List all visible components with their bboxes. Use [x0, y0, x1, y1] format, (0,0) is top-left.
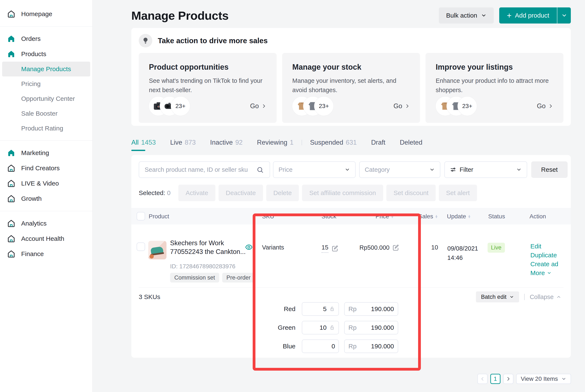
activate-button[interactable]: Activate — [178, 185, 216, 201]
chevron-down-icon — [561, 12, 567, 18]
column-sales[interactable]: Sales ▲▼ — [418, 213, 438, 220]
sidebar-item-product-rating[interactable]: Product Rating — [0, 121, 92, 136]
tag-commission-set: Commission set — [170, 273, 219, 282]
row-checkbox[interactable] — [136, 242, 145, 251]
tab-count: 92 — [235, 139, 242, 146]
add-product-dropdown-button[interactable] — [557, 8, 571, 24]
tab-draft[interactable]: Draft — [371, 139, 385, 146]
create-ad-link[interactable]: Create ad — [530, 260, 558, 268]
table-header: Product SKU Stock Price ▲▼ Sales ▲▼ Upda… — [131, 208, 571, 224]
chevron-down-icon — [516, 167, 522, 172]
sidebar-item-pricing[interactable]: Pricing — [0, 76, 92, 91]
column-product: Product — [149, 213, 169, 220]
price-value[interactable]: Rp500.000 — [360, 244, 390, 251]
go-link[interactable]: Go — [250, 102, 266, 110]
page-size-label: View 20 Items — [521, 376, 558, 382]
sidebar-item-marketing[interactable]: Marketing — [0, 145, 92, 160]
delete-button[interactable]: Delete — [266, 185, 299, 201]
stock-value[interactable]: 15 — [322, 244, 328, 253]
chevron-down-icon — [429, 167, 435, 172]
product-name-line1: Skechers for Work — [170, 239, 246, 248]
variant-name: Red — [253, 306, 296, 312]
variant-stock-input[interactable]: 10 — [302, 321, 339, 334]
variant-price-input[interactable]: Rp 190.000 — [344, 302, 398, 316]
sidebar-item-live-video[interactable]: LIVE & Video — [0, 176, 92, 191]
sidebar-item-opportunity-center[interactable]: Opportunity Center — [0, 91, 92, 106]
tab-suspended[interactable]: Suspended 631 — [310, 139, 357, 146]
duplicate-link[interactable]: Duplicate — [530, 252, 558, 259]
card-footer: 23+ Go — [149, 96, 266, 116]
more-link[interactable]: More — [530, 270, 558, 276]
sidebar-item-account-health[interactable]: Account Health — [0, 231, 92, 246]
card-manage-stock[interactable]: Manage your stock Manage your inventory,… — [282, 53, 420, 123]
tab-live[interactable]: Live 873 — [170, 139, 196, 146]
sidebar-item-sale-booster[interactable]: Sale Booster — [0, 106, 92, 121]
bulk-action-button[interactable]: Bulk action — [439, 8, 494, 24]
lock-open-icon — [329, 306, 335, 312]
edit-icon[interactable] — [392, 244, 399, 251]
category-filter-select[interactable]: Category — [359, 161, 440, 178]
variant-stock-input[interactable]: 0 — [302, 340, 339, 353]
sidebar-item-label: Orders — [21, 35, 41, 42]
variant-price-input[interactable]: Rp 190.000 — [344, 340, 398, 353]
variant-stock-input[interactable]: 5 — [302, 302, 339, 316]
collapse-label: Collapse — [530, 294, 554, 300]
deactivate-button[interactable]: Deactivate — [218, 185, 263, 201]
sidebar-item-analytics[interactable]: Analytics — [0, 216, 92, 231]
sidebar-item-label: Homepage — [21, 10, 52, 18]
filter-select[interactable]: Filter — [444, 161, 527, 178]
set-alert-button[interactable]: Set alert — [439, 185, 477, 201]
app-root: Homepage Orders Products Manage Products… — [0, 0, 585, 392]
tab-count: 631 — [346, 139, 357, 146]
collapse-link[interactable]: Collapse — [530, 294, 561, 300]
sidebar-item-find-creators[interactable]: Find Creators — [0, 160, 92, 176]
add-product-button[interactable]: + Add product — [499, 8, 557, 24]
next-page-button[interactable] — [503, 374, 514, 384]
column-update[interactable]: Update ▲▼ — [447, 213, 471, 220]
status-badge: Live — [488, 243, 505, 253]
home-outline-icon — [7, 179, 16, 188]
sidebar-item-products[interactable]: Products — [0, 46, 92, 62]
card-description: Enhance your product info to attract mor… — [436, 76, 553, 95]
set-discount-button[interactable]: Set discount — [386, 185, 436, 201]
search-input[interactable] — [139, 161, 270, 178]
set-affiliate-commission-button[interactable]: Set affiliate commission — [302, 185, 383, 201]
edit-icon[interactable] — [331, 245, 338, 252]
tab-label: Draft — [371, 139, 385, 146]
select-all-checkbox[interactable] — [136, 212, 145, 220]
tab-reviewing[interactable]: Reviewing 1 — [257, 139, 293, 146]
page-number-button[interactable]: 1 — [490, 374, 500, 384]
card-description: See what's trending on TikTok to find yo… — [149, 76, 266, 95]
page-size-select[interactable]: View 20 Items — [516, 374, 571, 384]
tab-deleted[interactable]: Deleted — [400, 139, 422, 146]
batch-edit-button[interactable]: Batch edit — [476, 292, 519, 302]
product-tags: Commission set Pre-order — [170, 273, 255, 282]
card-improve-listings[interactable]: Improve your listings Enhance your produ… — [426, 53, 564, 123]
price-filter-select[interactable]: Price — [273, 161, 356, 178]
variant-price-input[interactable]: Rp 190.000 — [344, 321, 398, 334]
update-date: 09/08/2021 — [447, 244, 478, 253]
tag-pre-order: Pre-order — [222, 273, 255, 282]
previous-page-button[interactable] — [478, 374, 488, 384]
reset-button[interactable]: Reset — [531, 161, 568, 178]
column-status: Status — [488, 213, 505, 220]
sidebar-item-homepage[interactable]: Homepage — [0, 6, 92, 22]
card-footer: 23+ Go — [436, 96, 553, 116]
tab-label: Reviewing — [257, 139, 287, 146]
go-link[interactable]: Go — [394, 102, 410, 110]
sidebar-item-orders[interactable]: Orders — [0, 31, 92, 46]
sidebar-item-finance[interactable]: Finance — [0, 246, 92, 262]
go-link[interactable]: Go — [537, 102, 553, 110]
tab-inactive[interactable]: Inactive 92 — [210, 139, 242, 146]
card-product-opportunities[interactable]: Product opportunities See what's trendin… — [139, 53, 276, 123]
chevron-down-icon — [561, 376, 566, 382]
sidebar-item-growth[interactable]: Growth — [0, 191, 92, 206]
sidebar-item-manage-products[interactable]: Manage Products — [2, 62, 90, 76]
edit-link[interactable]: Edit — [530, 243, 558, 250]
tab-all[interactable]: All 1453 — [131, 139, 156, 146]
sort-icon: ▲▼ — [391, 215, 394, 218]
product-name[interactable]: Skechers for Work 770552243 the Cankton.… — [170, 239, 246, 256]
column-price[interactable]: Price ▲▼ — [376, 213, 394, 220]
preview-eye-icon[interactable] — [245, 243, 253, 251]
tab-separator — [302, 140, 302, 145]
